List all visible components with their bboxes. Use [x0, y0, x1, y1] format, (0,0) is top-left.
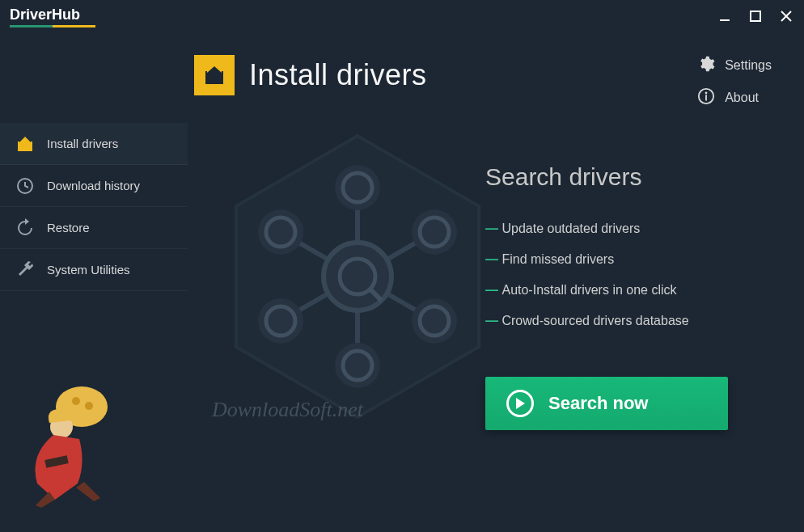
minimize-button[interactable]: [717, 8, 733, 24]
drivers-icon: [194, 55, 235, 95]
sidebar: Install drivers Download history Restore…: [0, 123, 188, 291]
app-name: DriverHub: [10, 6, 95, 23]
search-now-label: Search now: [548, 393, 648, 414]
tools-icon: [15, 260, 36, 281]
header: Install drivers Settings About: [0, 32, 804, 128]
svg-point-6: [705, 92, 708, 95]
svg-rect-7: [705, 95, 707, 100]
background-network-illustration: [212, 131, 503, 425]
sidebar-item-label: Restore: [47, 221, 90, 234]
search-panel: Search drivers Update outdated drivers F…: [485, 163, 760, 430]
sidebar-item-download-history[interactable]: Download history: [0, 165, 188, 207]
close-button[interactable]: [778, 8, 794, 24]
feature-item: Auto-Install drivers in one click: [485, 275, 760, 306]
gear-icon: [697, 55, 715, 76]
watermark-text: DownloadSoft.net: [212, 398, 363, 422]
restore-icon: [15, 217, 36, 239]
header-actions: Settings About: [697, 55, 772, 108]
drivers-icon: [15, 133, 36, 154]
settings-button[interactable]: Settings: [697, 55, 772, 76]
svg-marker-31: [516, 398, 525, 409]
sidebar-item-label: Install drivers: [47, 137, 118, 150]
sidebar-item-system-utilities[interactable]: System Utilities: [0, 249, 188, 291]
sidebar-item-install-drivers[interactable]: Install drivers: [0, 123, 188, 165]
page-title: Install drivers: [249, 58, 427, 92]
logo-underline: [10, 25, 95, 27]
about-label: About: [725, 91, 759, 105]
sidebar-item-restore[interactable]: Restore: [0, 207, 188, 249]
feature-item: Find missed drivers: [485, 244, 760, 275]
titlebar: DriverHub: [0, 0, 804, 32]
about-button[interactable]: About: [697, 87, 772, 108]
mascot-illustration: [5, 386, 118, 508]
sidebar-item-label: System Utilities: [47, 263, 130, 277]
main-panel: DownloadSoft.net Search drivers Update o…: [188, 123, 804, 532]
maximize-button[interactable]: [747, 8, 764, 24]
app-logo: DriverHub: [10, 6, 95, 26]
clock-icon: [15, 175, 36, 196]
page-title-wrap: Install drivers: [194, 55, 427, 95]
search-heading: Search drivers: [485, 163, 760, 191]
feature-item: Update outdated drivers: [485, 213, 760, 244]
feature-item: Crowd-sourced drivers database: [485, 306, 760, 336]
play-icon: [506, 390, 534, 417]
window-controls: [717, 8, 794, 24]
svg-rect-1: [751, 11, 760, 21]
sidebar-item-label: Download history: [47, 179, 140, 192]
info-icon: [697, 87, 715, 108]
svg-point-33: [72, 397, 80, 405]
search-now-button[interactable]: Search now: [485, 377, 728, 430]
settings-label: Settings: [725, 58, 772, 73]
svg-rect-4: [209, 74, 219, 84]
feature-list: Update outdated drivers Find missed driv…: [485, 213, 760, 336]
svg-point-34: [85, 402, 93, 410]
